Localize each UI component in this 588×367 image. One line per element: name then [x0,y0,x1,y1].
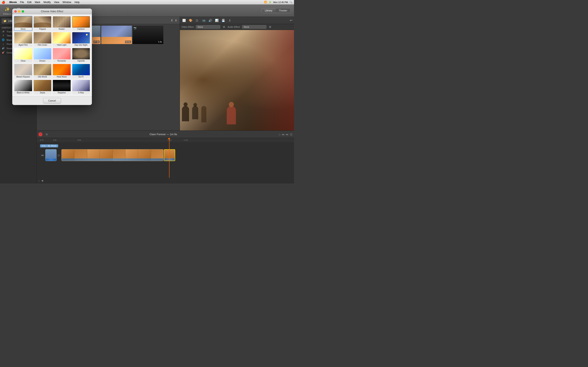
menu-window[interactable]: Window [62,1,71,4]
audio-effect-grid-btn[interactable]: ⊞ [268,25,272,29]
clip-item[interactable]: 50.6s [101,26,132,44]
effect-name-xray: X-Ray [72,91,90,94]
effect-name-bleach-bypass: Bleach Bypass [14,75,32,78]
import-icon[interactable]: ⬇ [175,19,177,22]
effect-negative[interactable]: Negative [52,80,71,95]
menubar-right: 📶 🔋 Mon 12:45 PM 🔍 [264,1,292,3]
share-icon[interactable]: ⬆ [171,19,173,22]
transition-1[interactable]: ▷ [57,149,61,161]
menu-view[interactable]: View [54,1,59,4]
effect-raster[interactable]: Raster [52,16,71,31]
effect-old-world[interactable]: Old World [33,64,52,79]
effect-glow[interactable]: Glow [14,48,33,63]
modal-footer: Cancel [12,96,92,105]
color-icon[interactable]: 🎨 [188,18,193,23]
library-button[interactable]: Library [261,8,276,13]
effect-name-hard-light: Hard Light [53,43,71,47]
effect-none[interactable]: None [14,16,33,31]
skip-icon[interactable]: ⏮ [40,149,45,161]
effect-name-film-grain: Film Grain [34,43,52,47]
effect-name-aged-film: Aged Film [14,43,32,47]
effect-name-black-white: Black & White [14,91,32,94]
grid-icon: ⊞ [46,133,48,136]
timeline-zoom-label: ◀ [41,179,43,182]
effect-black-white[interactable]: Black & White [14,80,33,95]
apple-menu[interactable]: 🍎 [2,1,5,4]
effect-dream[interactable]: Dream [33,48,52,63]
crop-icon[interactable]: ⬜ [182,18,186,23]
effect-day-into-night[interactable]: Day into Night [72,32,90,47]
modal-close-dot[interactable] [14,10,17,13]
menu-edit[interactable]: Edit [27,1,32,4]
audio-icon[interactable]: 🔊 [208,18,213,23]
export-icon[interactable]: 💾 [221,18,226,23]
camera-icon[interactable]: 📹 [201,18,206,23]
effect-vignette[interactable]: Vignette [72,48,90,63]
effect-scifi[interactable]: Sci-Fi [72,64,90,79]
itunes-icon: ♪ [2,43,5,45]
video-effect-grid-btn[interactable]: ⊞ [222,25,226,29]
library-icon: 📁 [3,19,7,23]
timeline-clip-1[interactable] [45,149,57,161]
effect-thumb-negative [53,80,71,91]
effect-thumb-xray [72,80,90,91]
effect-xray[interactable]: X-Ray [72,80,90,95]
home-icon[interactable]: ⌂ [279,133,281,136]
modal-body: None Flipped Raster [12,14,92,96]
search-icon[interactable]: 🔍 [290,1,292,3]
menu-help[interactable]: Help [75,1,80,4]
video-effect-input[interactable] [196,25,220,29]
effect-thumb-film-grain [34,32,52,43]
effect-thumb-glow [14,48,32,59]
effect-thumb-black-white [14,80,32,91]
cancel-button[interactable]: Cancel [43,98,61,103]
effect-aged-film[interactable]: Aged Film [14,32,33,47]
fit-icon[interactable]: ⊡ [290,133,292,136]
timeline-clip-2[interactable] [61,149,164,161]
timeline-close-button[interactable]: ✕ [38,132,43,136]
skip-forward-icon[interactable]: ⏭ [286,133,289,136]
menu-file[interactable]: File [20,1,24,4]
theater-button[interactable]: Theater [276,8,291,13]
timeline-clip-selected[interactable] [164,149,175,161]
effect-romantic[interactable]: Romantic [52,48,71,63]
graph-icon[interactable]: 📊 [214,18,219,23]
audio-wave-1 [45,158,56,161]
effect-sepia[interactable]: Sepia [33,80,52,95]
preview-video [180,30,294,131]
modal-minimize-dot[interactable] [18,10,20,13]
timemark-5: 1.1m [184,139,188,141]
effect-cartoon[interactable]: Cartoon [72,16,90,31]
sound-effects-icon: 🔊 [2,47,5,50]
effect-name-day-into-night: Day into Night [72,43,90,47]
wifi-icon: 📶 [264,1,267,3]
clip-label: 4.0s – My Movie [40,144,58,147]
effect-flipped[interactable]: Flipped [33,16,52,31]
music-note-icon[interactable]: ♪ [38,179,40,182]
effect-thumb-sepia [34,80,52,91]
app-name[interactable]: iMovie [9,1,17,4]
effect-name-old-world: Old World [34,75,52,78]
effect-hard-light[interactable]: Hard Light [52,32,71,47]
effect-thumb-aged-film [14,32,32,43]
enhance-icon[interactable]: ✨ [4,6,11,12]
effect-film-grain[interactable]: Film Grain [33,32,52,47]
clip-duration-2: 47.8s [94,41,100,43]
clip-duration-4: 3.4s [157,41,163,43]
menu-mark[interactable]: Mark [35,1,40,4]
clock: Mon 12:45 PM [273,1,288,3]
timescale: 3.7s 3.8s 9.3s 1.0m 1.1m [37,138,294,142]
transform-icon[interactable]: ⊡ [195,18,199,23]
menu-modify[interactable]: Modify [43,1,51,4]
effect-heat-wave[interactable]: Heat Wave [52,64,71,79]
skip-back-icon[interactable]: ⏮ [282,133,285,136]
clip-item[interactable]: 📷 3.4s [133,26,163,44]
effect-bleach-bypass[interactable]: Bleach Bypass [14,64,33,79]
browser-icons: ⬆ ⬇ [171,19,177,22]
undo-icon[interactable]: ↩ [290,18,292,22]
effect-thumb-hard-light [53,32,71,43]
audio-effect-label: Audio Effect: [228,26,240,28]
audio-effect-input[interactable] [242,25,267,29]
info-icon[interactable]: ℹ [227,18,232,23]
modal-zoom-dot[interactable] [22,10,24,13]
